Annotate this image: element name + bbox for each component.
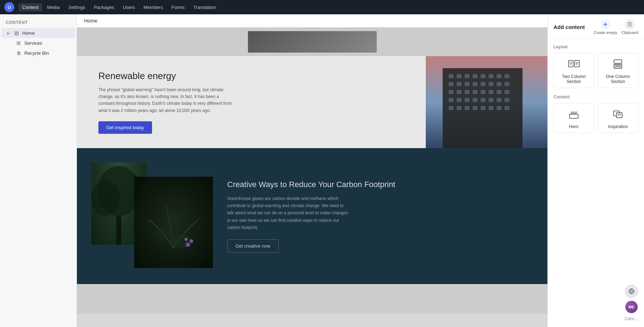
svg-point-77 — [576, 111, 576, 112]
svg-rect-11 — [457, 82, 461, 86]
svg-rect-37 — [473, 106, 477, 110]
svg-rect-32 — [497, 98, 501, 102]
svg-rect-20 — [465, 90, 469, 94]
svg-rect-17 — [504, 82, 509, 86]
bottom-right-actions: ME Canc... — [625, 285, 638, 321]
recycle-bin-icon: 🗑 — [16, 50, 21, 56]
hero-card[interactable]: Hero — [553, 103, 594, 133]
svg-rect-9 — [504, 74, 509, 78]
nav-item-users[interactable]: Users — [119, 3, 138, 11]
create-empty-label: Create empty — [594, 30, 617, 35]
svg-point-49 — [185, 238, 187, 241]
app-logo[interactable]: U — [4, 2, 14, 12]
get-creative-button[interactable]: Get creative now — [227, 239, 279, 253]
inspiration-icon — [612, 109, 624, 121]
svg-rect-36 — [465, 106, 469, 110]
svg-rect-34 — [449, 106, 453, 110]
services-icon: ⊞ — [16, 40, 21, 46]
user-avatar-button[interactable]: ME — [625, 301, 638, 313]
expand-arrow-icon: ▶ — [7, 31, 10, 35]
nav-item-forms[interactable]: Forms — [168, 3, 188, 11]
two-column-section-card[interactable]: Two Column Section — [553, 53, 594, 88]
nav-item-settings[interactable]: Settings — [65, 3, 89, 11]
get-inspired-button[interactable]: Get inspired today — [98, 121, 152, 134]
svg-rect-31 — [489, 98, 493, 102]
cancel-label[interactable]: Canc... — [625, 316, 638, 321]
svg-rect-27 — [457, 98, 461, 102]
renewable-text-area: Renewable energy The phrase "global warm… — [77, 56, 426, 148]
two-column-icon — [568, 59, 580, 71]
svg-rect-5 — [473, 74, 477, 78]
one-column-section-label: One Column Section — [602, 74, 635, 84]
nav-item-content[interactable]: Content — [19, 3, 42, 11]
svg-rect-56 — [569, 60, 573, 67]
inspiration-card[interactable]: Inspiration — [598, 103, 639, 133]
two-column-section-label: Two Column Section — [557, 74, 590, 84]
content-section-label: Content — [553, 94, 638, 99]
svg-rect-10 — [449, 82, 453, 86]
home-icon: ▤ — [14, 30, 19, 36]
svg-point-46 — [154, 229, 172, 239]
svg-rect-2 — [449, 74, 453, 78]
svg-point-83 — [630, 290, 633, 292]
renewable-description: The phrase "global warming" hasn't been … — [98, 87, 234, 114]
hero-icon — [568, 109, 580, 121]
svg-rect-23 — [489, 90, 493, 94]
svg-point-48 — [190, 239, 193, 243]
svg-rect-68 — [570, 114, 578, 118]
nav-item-media[interactable]: Media — [44, 3, 63, 11]
inspiration-label: Inspiration — [608, 124, 628, 129]
svg-rect-12 — [465, 82, 469, 86]
content-area: Home Renewable energy The phrase "global… — [77, 14, 547, 327]
right-panel-content: Layout — [548, 39, 644, 327]
clipboard-button[interactable]: Clipboard — [621, 19, 638, 35]
sidebar-item-home[interactable]: ▶ ▤ Home — [1, 28, 75, 38]
main-layout: Content ▶ ▤ Home ⊞ Services 🗑 Recycle Bi… — [0, 14, 644, 327]
svg-rect-4 — [465, 74, 469, 78]
svg-rect-29 — [473, 98, 477, 102]
page-header: Home — [77, 14, 547, 28]
svg-point-82 — [629, 289, 634, 294]
sidebar-section-title: Content — [0, 19, 77, 28]
top-navigation: U Content Media Settings Packages Users … — [0, 0, 644, 14]
sidebar-item-home-label: Home — [22, 30, 35, 36]
sidebar-item-services[interactable]: ⊞ Services — [1, 38, 75, 48]
nav-item-members[interactable]: Members — [140, 3, 166, 11]
one-column-icon — [612, 59, 624, 71]
svg-rect-57 — [575, 60, 579, 67]
preview-canvas: Renewable energy The phrase "global warm… — [77, 28, 547, 314]
top-strip-image — [248, 31, 377, 53]
layout-section-label: Layout — [553, 44, 638, 49]
svg-rect-33 — [504, 98, 509, 102]
carbon-title: Creative Ways to Reduce Your Carbon Foot… — [227, 180, 533, 190]
svg-rect-15 — [489, 82, 493, 86]
svg-rect-18 — [449, 90, 453, 94]
one-column-section-card[interactable]: One Column Section — [598, 53, 639, 88]
svg-rect-64 — [614, 60, 622, 63]
svg-rect-22 — [480, 90, 485, 94]
nav-item-translation[interactable]: Translation — [190, 3, 220, 11]
right-panel-header: Add content Create empty — [548, 14, 644, 39]
settings-avatar-button[interactable] — [625, 285, 638, 298]
renewable-section: Renewable energy The phrase "global warm… — [77, 56, 547, 148]
svg-rect-6 — [480, 74, 485, 78]
sidebar-item-recycle-bin-label: Recycle Bin — [24, 50, 49, 56]
svg-rect-8 — [497, 74, 501, 78]
right-panel-title: Add content — [553, 24, 585, 30]
svg-rect-39 — [489, 106, 493, 110]
svg-point-75 — [571, 111, 572, 112]
nav-item-packages[interactable]: Packages — [90, 3, 118, 11]
svg-rect-25 — [504, 90, 509, 94]
right-panel: Add content Create empty — [547, 14, 644, 327]
content-grid: Hero Inspiration — [553, 103, 638, 133]
top-strip-section — [77, 28, 547, 56]
svg-rect-24 — [497, 90, 501, 94]
sidebar-item-recycle-bin[interactable]: 🗑 Recycle Bin — [1, 48, 75, 58]
carbon-section: Creative Ways to Reduce Your Carbon Foot… — [77, 148, 547, 284]
create-empty-button[interactable]: Create empty — [594, 19, 617, 35]
svg-rect-40 — [497, 106, 501, 110]
svg-rect-44 — [116, 216, 121, 245]
carbon-images-area — [91, 162, 213, 270]
svg-rect-16 — [497, 82, 501, 86]
clipboard-label: Clipboard — [621, 30, 638, 35]
